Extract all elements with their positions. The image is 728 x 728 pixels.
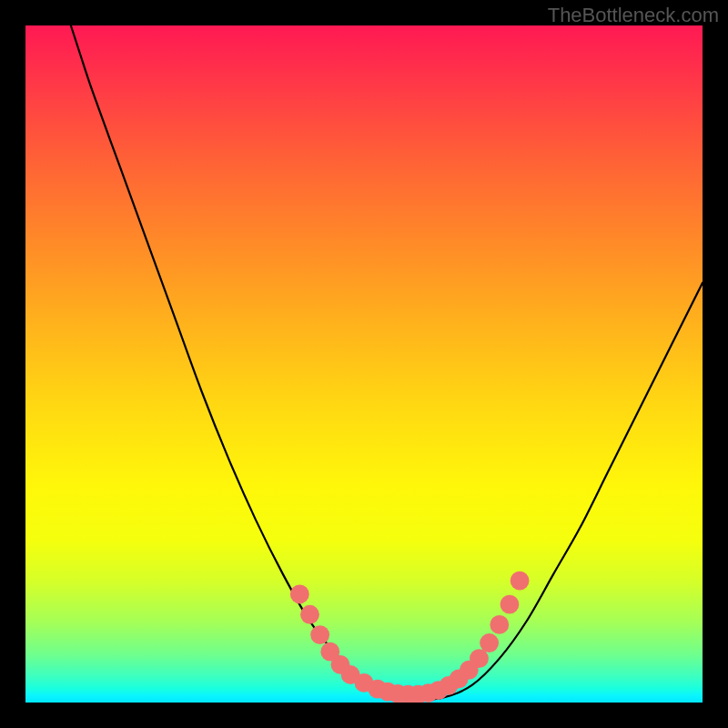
dot-marker <box>511 571 530 591</box>
dot-marker <box>310 625 329 644</box>
dot-marker <box>300 605 319 624</box>
chart-container <box>25 25 703 703</box>
dot-marker <box>290 585 309 604</box>
dot-marker <box>490 615 509 634</box>
watermark-text: TheBottleneck.com <box>548 4 719 27</box>
sample-dots <box>25 25 703 703</box>
dot-marker <box>500 595 520 614</box>
dot-marker <box>480 633 499 652</box>
dot-marker <box>470 649 489 668</box>
